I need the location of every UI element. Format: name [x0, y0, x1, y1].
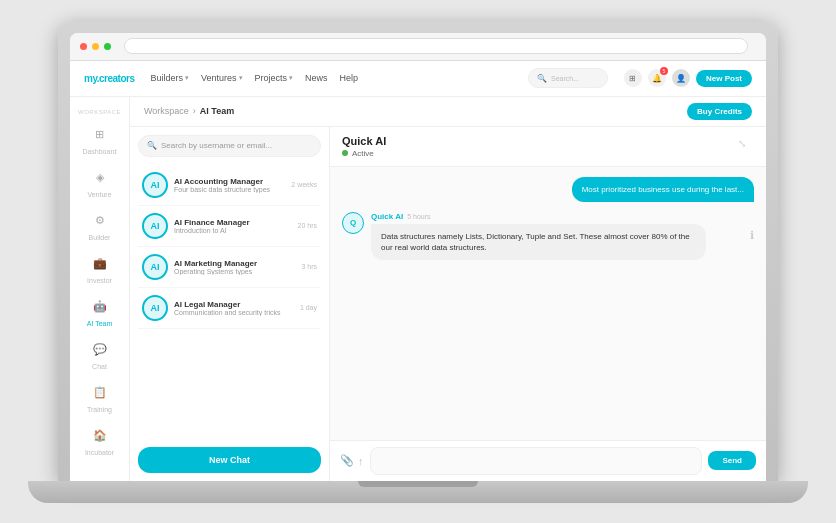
chat-input-icons: 📎 ↑	[340, 454, 364, 467]
buy-credits-button[interactable]: Buy Credits	[687, 103, 752, 120]
chat-messages: Most prioritized business use during the…	[330, 167, 766, 440]
avatar: AI	[142, 213, 168, 239]
chat-status: Active	[342, 149, 386, 158]
browser-dot-yellow	[92, 43, 99, 50]
message-bubble-right: Most prioritized business use during the…	[572, 177, 754, 202]
sidebar-item-incubator[interactable]: 🏠 Incubator	[70, 420, 129, 461]
sidebar-item-chat[interactable]: 💬 Chat	[70, 334, 129, 375]
breadcrumb: Workspace › AI Team	[144, 106, 234, 116]
training-icon: 📋	[89, 382, 111, 404]
chevron-icon: ▾	[239, 74, 243, 82]
nav-help[interactable]: Help	[340, 73, 359, 83]
investor-icon: 💼	[89, 253, 111, 275]
laptop-screen: my.creators Builders ▾ Ventures ▾ Projec…	[70, 33, 766, 481]
notification-badge: 5	[660, 67, 668, 75]
chevron-icon: ▾	[289, 74, 293, 82]
app-body: Workspace ⊞ Dashboard ◈ Venture ⚙ Builde…	[70, 97, 766, 481]
search-icon: 🔍	[537, 74, 547, 83]
message-bubble-left: Data structures namely Lists, Dictionary…	[371, 224, 706, 260]
chat-icon: 💬	[89, 339, 111, 361]
notification-icon[interactable]: 🔔 5	[648, 69, 666, 87]
browser-dot-red	[80, 43, 87, 50]
msg-content: Quick AI 5 hours Data structures namely …	[371, 212, 743, 260]
chat-panel: Quick AI Active ⤡ Most p	[330, 127, 766, 481]
sidebar-item-ai-team[interactable]: 🤖 AI Team	[70, 291, 129, 332]
expand-icon[interactable]: ⤡	[738, 138, 754, 154]
browser-bar	[70, 33, 766, 61]
browser-url-bar	[124, 38, 748, 54]
member-info: AI Finance Manager Introduction to AI	[174, 218, 292, 234]
avatar: AI	[142, 172, 168, 198]
chat-input-area: 📎 ↑ Send	[330, 440, 766, 481]
nav-builders[interactable]: Builders ▾	[150, 73, 189, 83]
message-left-wrapper: Q Quick AI 5 hours Data structures namel…	[342, 212, 754, 260]
member-info: AI Accounting Manager Four basic data st…	[174, 177, 285, 193]
dashboard-icon: ⊞	[89, 124, 111, 146]
user-avatar[interactable]: 👤	[672, 69, 690, 87]
top-nav-search[interactable]: 🔍 Search...	[528, 68, 608, 88]
venture-icon: ◈	[89, 167, 111, 189]
browser-dot-green	[104, 43, 111, 50]
msg-avatar: Q	[342, 212, 364, 234]
incubator-icon: 🏠	[89, 425, 111, 447]
gallery-icon[interactable]: ⊞	[624, 69, 642, 87]
split-view: 🔍 Search by username or email... AI AI A…	[130, 127, 766, 481]
nav-news[interactable]: News	[305, 73, 328, 83]
avatar: AI	[142, 254, 168, 280]
sidebar-item-dashboard[interactable]: ⊞ Dashboard	[70, 119, 129, 160]
search-input[interactable]: 🔍 Search by username or email...	[138, 135, 321, 157]
content-area: Workspace › AI Team Buy Credits 🔍	[130, 97, 766, 481]
avatar: AI	[142, 295, 168, 321]
builder-icon: ⚙	[89, 210, 111, 232]
list-item[interactable]: AI AI Accounting Manager Four basic data…	[138, 165, 321, 206]
top-nav-links: Builders ▾ Ventures ▾ Projects ▾ News	[150, 73, 512, 83]
sidebar-item-builder[interactable]: ⚙ Builder	[70, 205, 129, 246]
chevron-icon: ▾	[185, 74, 189, 82]
laptop-base	[28, 481, 808, 503]
list-item[interactable]: AI AI Legal Manager Communication and se…	[138, 288, 321, 329]
share-icon[interactable]: ↑	[358, 455, 364, 467]
sidebar-section-label: Workspace	[78, 105, 121, 117]
team-search-area: 🔍 Search by username or email...	[130, 127, 329, 165]
new-chat-button[interactable]: New Chat	[138, 447, 321, 473]
status-dot	[342, 150, 348, 156]
team-list: AI AI Accounting Manager Four basic data…	[130, 165, 329, 439]
top-nav: my.creators Builders ▾ Ventures ▾ Projec…	[70, 61, 766, 97]
search-icon: 🔍	[147, 141, 157, 150]
send-button[interactable]: Send	[708, 451, 756, 470]
chat-message-input[interactable]	[370, 447, 703, 475]
member-info: AI Marketing Manager Operating Systems t…	[174, 259, 295, 275]
app-logo: my.creators	[84, 73, 134, 84]
breadcrumb-bar: Workspace › AI Team Buy Credits	[130, 97, 766, 127]
info-icon[interactable]: ℹ	[750, 229, 754, 242]
chat-header-info: Quick AI Active	[342, 135, 386, 158]
list-item[interactable]: AI AI Marketing Manager Operating System…	[138, 247, 321, 288]
ai-team-icon: 🤖	[89, 296, 111, 318]
chat-header: Quick AI Active ⤡	[330, 127, 766, 167]
new-post-button[interactable]: New Post	[696, 70, 752, 87]
nav-ventures[interactable]: Ventures ▾	[201, 73, 243, 83]
nav-projects[interactable]: Projects ▾	[255, 73, 294, 83]
chat-title: Quick AI	[342, 135, 386, 147]
sidebar-item-investor[interactable]: 💼 Investor	[70, 248, 129, 289]
msg-sender-line: Quick AI 5 hours	[371, 212, 743, 221]
top-nav-icons: ⊞ 🔔 5 👤 New Post	[624, 69, 752, 87]
sidebar-item-venture[interactable]: ◈ Venture	[70, 162, 129, 203]
team-panel: 🔍 Search by username or email... AI AI A…	[130, 127, 330, 481]
attachment-icon[interactable]: 📎	[340, 454, 354, 467]
sidebar: Workspace ⊞ Dashboard ◈ Venture ⚙ Builde…	[70, 97, 130, 481]
member-info: AI Legal Manager Communication and secur…	[174, 300, 294, 316]
sidebar-item-training[interactable]: 📋 Training	[70, 377, 129, 418]
laptop-shell: my.creators Builders ▾ Ventures ▾ Projec…	[58, 21, 778, 481]
list-item[interactable]: AI AI Finance Manager Introduction to AI…	[138, 206, 321, 247]
